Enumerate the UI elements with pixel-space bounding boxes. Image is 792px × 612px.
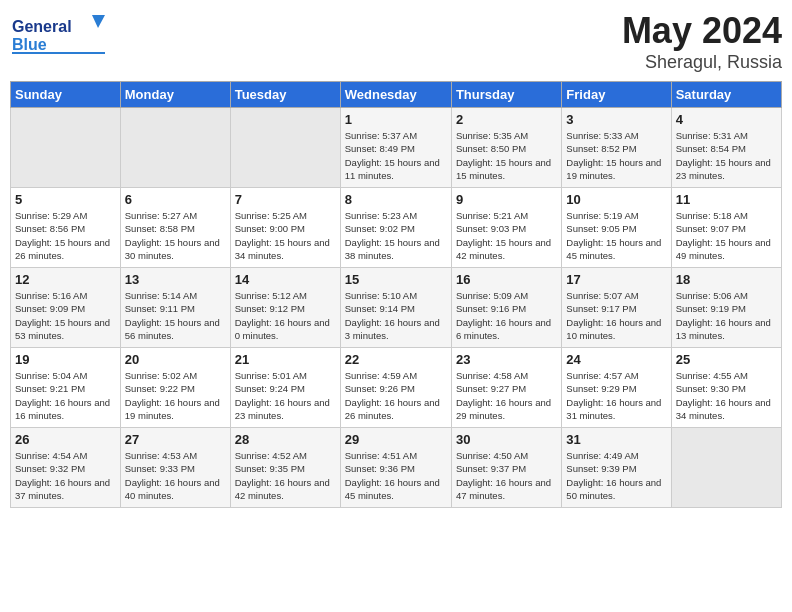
day-number: 19 [15, 352, 116, 367]
day-info: Sunrise: 5:35 AMSunset: 8:50 PMDaylight:… [456, 129, 557, 182]
week-row-4: 19Sunrise: 5:04 AMSunset: 9:21 PMDayligh… [11, 348, 782, 428]
svg-marker-1 [92, 15, 105, 28]
day-number: 11 [676, 192, 777, 207]
day-cell-29: 29Sunrise: 4:51 AMSunset: 9:36 PMDayligh… [340, 428, 451, 508]
day-number: 13 [125, 272, 226, 287]
day-number: 2 [456, 112, 557, 127]
day-cell-15: 15Sunrise: 5:10 AMSunset: 9:14 PMDayligh… [340, 268, 451, 348]
day-info: Sunrise: 5:29 AMSunset: 8:56 PMDaylight:… [15, 209, 116, 262]
day-info: Sunrise: 4:52 AMSunset: 9:35 PMDaylight:… [235, 449, 336, 502]
day-number: 16 [456, 272, 557, 287]
day-cell-27: 27Sunrise: 4:53 AMSunset: 9:33 PMDayligh… [120, 428, 230, 508]
weekday-header-row: SundayMondayTuesdayWednesdayThursdayFrid… [11, 82, 782, 108]
weekday-header-thursday: Thursday [451, 82, 561, 108]
day-cell-10: 10Sunrise: 5:19 AMSunset: 9:05 PMDayligh… [562, 188, 671, 268]
day-cell-21: 21Sunrise: 5:01 AMSunset: 9:24 PMDayligh… [230, 348, 340, 428]
day-number: 26 [15, 432, 116, 447]
week-row-3: 12Sunrise: 5:16 AMSunset: 9:09 PMDayligh… [11, 268, 782, 348]
day-info: Sunrise: 5:27 AMSunset: 8:58 PMDaylight:… [125, 209, 226, 262]
day-info: Sunrise: 5:19 AMSunset: 9:05 PMDaylight:… [566, 209, 666, 262]
day-number: 6 [125, 192, 226, 207]
day-cell-22: 22Sunrise: 4:59 AMSunset: 9:26 PMDayligh… [340, 348, 451, 428]
day-info: Sunrise: 4:58 AMSunset: 9:27 PMDaylight:… [456, 369, 557, 422]
day-number: 17 [566, 272, 666, 287]
weekday-header-saturday: Saturday [671, 82, 781, 108]
day-number: 12 [15, 272, 116, 287]
day-number: 4 [676, 112, 777, 127]
weekday-header-monday: Monday [120, 82, 230, 108]
day-number: 30 [456, 432, 557, 447]
day-info: Sunrise: 5:18 AMSunset: 9:07 PMDaylight:… [676, 209, 777, 262]
day-number: 10 [566, 192, 666, 207]
day-number: 24 [566, 352, 666, 367]
day-number: 1 [345, 112, 447, 127]
day-info: Sunrise: 5:09 AMSunset: 9:16 PMDaylight:… [456, 289, 557, 342]
day-number: 5 [15, 192, 116, 207]
day-info: Sunrise: 5:14 AMSunset: 9:11 PMDaylight:… [125, 289, 226, 342]
day-number: 14 [235, 272, 336, 287]
day-cell-4: 4Sunrise: 5:31 AMSunset: 8:54 PMDaylight… [671, 108, 781, 188]
location: Sheragul, Russia [622, 52, 782, 73]
day-number: 3 [566, 112, 666, 127]
day-cell-30: 30Sunrise: 4:50 AMSunset: 9:37 PMDayligh… [451, 428, 561, 508]
day-info: Sunrise: 5:07 AMSunset: 9:17 PMDaylight:… [566, 289, 666, 342]
day-number: 23 [456, 352, 557, 367]
day-cell-6: 6Sunrise: 5:27 AMSunset: 8:58 PMDaylight… [120, 188, 230, 268]
day-cell-28: 28Sunrise: 4:52 AMSunset: 9:35 PMDayligh… [230, 428, 340, 508]
month-title-block: May 2024 Sheragul, Russia [622, 10, 782, 73]
day-cell-3: 3Sunrise: 5:33 AMSunset: 8:52 PMDaylight… [562, 108, 671, 188]
page-header: General Blue May 2024 Sheragul, Russia [10, 10, 782, 73]
day-cell-7: 7Sunrise: 5:25 AMSunset: 9:00 PMDaylight… [230, 188, 340, 268]
empty-cell [671, 428, 781, 508]
day-number: 27 [125, 432, 226, 447]
day-info: Sunrise: 5:21 AMSunset: 9:03 PMDaylight:… [456, 209, 557, 262]
day-cell-2: 2Sunrise: 5:35 AMSunset: 8:50 PMDaylight… [451, 108, 561, 188]
weekday-header-wednesday: Wednesday [340, 82, 451, 108]
svg-text:Blue: Blue [12, 36, 47, 53]
day-cell-26: 26Sunrise: 4:54 AMSunset: 9:32 PMDayligh… [11, 428, 121, 508]
day-cell-23: 23Sunrise: 4:58 AMSunset: 9:27 PMDayligh… [451, 348, 561, 428]
weekday-header-tuesday: Tuesday [230, 82, 340, 108]
week-row-2: 5Sunrise: 5:29 AMSunset: 8:56 PMDaylight… [11, 188, 782, 268]
day-info: Sunrise: 5:33 AMSunset: 8:52 PMDaylight:… [566, 129, 666, 182]
day-number: 15 [345, 272, 447, 287]
day-info: Sunrise: 4:50 AMSunset: 9:37 PMDaylight:… [456, 449, 557, 502]
day-info: Sunrise: 4:49 AMSunset: 9:39 PMDaylight:… [566, 449, 666, 502]
logo-content: General Blue [10, 10, 120, 64]
calendar-table: SundayMondayTuesdayWednesdayThursdayFrid… [10, 81, 782, 508]
day-info: Sunrise: 4:53 AMSunset: 9:33 PMDaylight:… [125, 449, 226, 502]
day-cell-1: 1Sunrise: 5:37 AMSunset: 8:49 PMDaylight… [340, 108, 451, 188]
day-cell-31: 31Sunrise: 4:49 AMSunset: 9:39 PMDayligh… [562, 428, 671, 508]
day-number: 22 [345, 352, 447, 367]
day-cell-25: 25Sunrise: 4:55 AMSunset: 9:30 PMDayligh… [671, 348, 781, 428]
day-info: Sunrise: 4:57 AMSunset: 9:29 PMDaylight:… [566, 369, 666, 422]
day-info: Sunrise: 5:31 AMSunset: 8:54 PMDaylight:… [676, 129, 777, 182]
weekday-header-friday: Friday [562, 82, 671, 108]
day-info: Sunrise: 4:54 AMSunset: 9:32 PMDaylight:… [15, 449, 116, 502]
day-info: Sunrise: 5:16 AMSunset: 9:09 PMDaylight:… [15, 289, 116, 342]
day-cell-18: 18Sunrise: 5:06 AMSunset: 9:19 PMDayligh… [671, 268, 781, 348]
day-number: 9 [456, 192, 557, 207]
day-info: Sunrise: 4:55 AMSunset: 9:30 PMDaylight:… [676, 369, 777, 422]
day-info: Sunrise: 5:10 AMSunset: 9:14 PMDaylight:… [345, 289, 447, 342]
day-number: 21 [235, 352, 336, 367]
day-cell-16: 16Sunrise: 5:09 AMSunset: 9:16 PMDayligh… [451, 268, 561, 348]
day-cell-12: 12Sunrise: 5:16 AMSunset: 9:09 PMDayligh… [11, 268, 121, 348]
day-info: Sunrise: 5:06 AMSunset: 9:19 PMDaylight:… [676, 289, 777, 342]
day-cell-17: 17Sunrise: 5:07 AMSunset: 9:17 PMDayligh… [562, 268, 671, 348]
day-number: 28 [235, 432, 336, 447]
svg-text:General: General [12, 18, 72, 35]
day-info: Sunrise: 5:23 AMSunset: 9:02 PMDaylight:… [345, 209, 447, 262]
day-cell-24: 24Sunrise: 4:57 AMSunset: 9:29 PMDayligh… [562, 348, 671, 428]
day-cell-5: 5Sunrise: 5:29 AMSunset: 8:56 PMDaylight… [11, 188, 121, 268]
day-cell-9: 9Sunrise: 5:21 AMSunset: 9:03 PMDaylight… [451, 188, 561, 268]
day-info: Sunrise: 5:12 AMSunset: 9:12 PMDaylight:… [235, 289, 336, 342]
day-cell-8: 8Sunrise: 5:23 AMSunset: 9:02 PMDaylight… [340, 188, 451, 268]
day-cell-14: 14Sunrise: 5:12 AMSunset: 9:12 PMDayligh… [230, 268, 340, 348]
day-cell-20: 20Sunrise: 5:02 AMSunset: 9:22 PMDayligh… [120, 348, 230, 428]
month-year: May 2024 [622, 10, 782, 52]
day-number: 8 [345, 192, 447, 207]
day-number: 25 [676, 352, 777, 367]
day-cell-11: 11Sunrise: 5:18 AMSunset: 9:07 PMDayligh… [671, 188, 781, 268]
day-info: Sunrise: 5:04 AMSunset: 9:21 PMDaylight:… [15, 369, 116, 422]
